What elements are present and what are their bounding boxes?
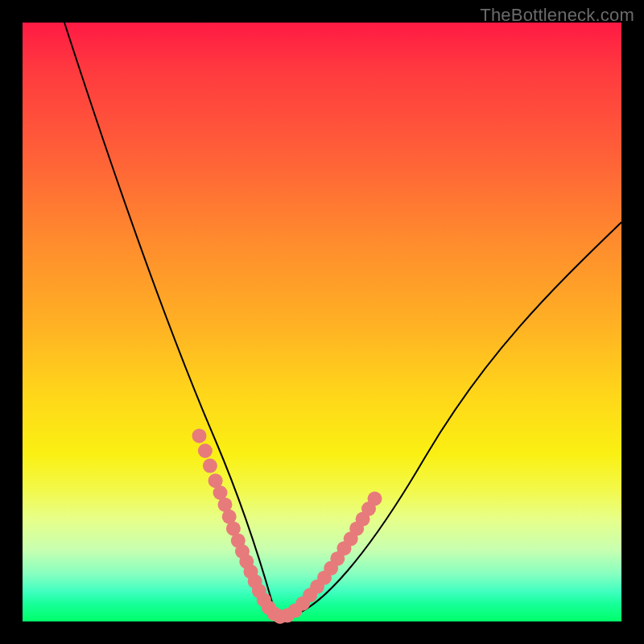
v-curve-line: [64, 23, 621, 617]
chart-area: [23, 23, 621, 621]
marker-dot: [192, 428, 207, 443]
marker-dot: [203, 459, 217, 473]
chart-svg: [23, 23, 621, 621]
marker-dot: [368, 492, 382, 506]
marker-group: [192, 428, 382, 624]
watermark-text: TheBottleneck.com: [480, 5, 634, 26]
marker-dot: [198, 444, 213, 458]
